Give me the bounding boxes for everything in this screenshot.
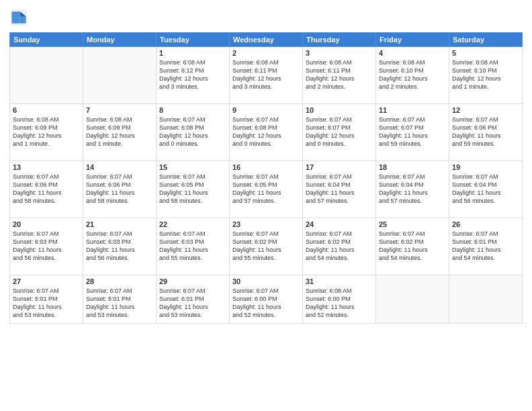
logo-icon	[9, 8, 28, 27]
table-row: 23Sunrise: 6:07 AMSunset: 6:02 PMDayligh…	[230, 218, 303, 275]
header	[9, 8, 523, 27]
table-row: 12Sunrise: 6:07 AMSunset: 6:06 PMDayligh…	[449, 104, 523, 161]
table-row: 1Sunrise: 6:08 AMSunset: 6:12 PMDaylight…	[157, 47, 230, 104]
day-number: 13	[13, 163, 80, 171]
day-info: Sunrise: 6:07 AMSunset: 6:06 PMDaylight:…	[452, 116, 519, 148]
day-number: 28	[86, 277, 153, 285]
table-row: 31Sunrise: 6:08 AMSunset: 6:00 PMDayligh…	[303, 275, 376, 324]
day-info: Sunrise: 6:07 AMSunset: 6:02 PMDaylight:…	[232, 230, 300, 263]
day-info: Sunrise: 6:07 AMSunset: 6:02 PMDaylight:…	[306, 230, 373, 263]
table-row	[449, 275, 523, 324]
day-info: Sunrise: 6:07 AMSunset: 6:01 PMDaylight:…	[159, 287, 226, 320]
th-tuesday: Tuesday	[157, 33, 230, 47]
day-info: Sunrise: 6:08 AMSunset: 6:11 PMDaylight:…	[306, 58, 373, 91]
day-number: 20	[13, 220, 80, 228]
day-number: 21	[86, 220, 153, 228]
day-info: Sunrise: 6:07 AMSunset: 6:06 PMDaylight:…	[86, 173, 153, 205]
th-sunday: Sunday	[10, 33, 83, 47]
day-info: Sunrise: 6:07 AMSunset: 6:01 PMDaylight:…	[13, 287, 80, 320]
day-number: 27	[13, 277, 80, 285]
table-row: 20Sunrise: 6:07 AMSunset: 6:03 PMDayligh…	[10, 218, 83, 275]
day-number: 6	[13, 106, 80, 114]
day-info: Sunrise: 6:08 AMSunset: 6:12 PMDaylight:…	[159, 58, 226, 91]
page: Sunday Monday Tuesday Wednesday Thursday…	[0, 0, 532, 411]
day-info: Sunrise: 6:07 AMSunset: 6:02 PMDaylight:…	[379, 230, 446, 263]
day-info: Sunrise: 6:07 AMSunset: 6:01 PMDaylight:…	[452, 230, 519, 263]
table-row: 16Sunrise: 6:07 AMSunset: 6:05 PMDayligh…	[230, 161, 303, 218]
day-info: Sunrise: 6:07 AMSunset: 6:05 PMDaylight:…	[232, 173, 300, 205]
day-number: 19	[452, 163, 519, 171]
table-row: 28Sunrise: 6:07 AMSunset: 6:01 PMDayligh…	[83, 275, 157, 324]
table-row: 25Sunrise: 6:07 AMSunset: 6:02 PMDayligh…	[376, 218, 449, 275]
day-number: 18	[379, 163, 446, 171]
day-number: 23	[232, 220, 300, 228]
calendar: Sunday Monday Tuesday Wednesday Thursday…	[9, 32, 523, 324]
logo	[9, 8, 31, 27]
table-row: 5Sunrise: 6:08 AMSunset: 6:10 PMDaylight…	[449, 47, 523, 104]
table-row: 6Sunrise: 6:08 AMSunset: 6:09 PMDaylight…	[10, 104, 83, 161]
calendar-week-row: 1Sunrise: 6:08 AMSunset: 6:12 PMDaylight…	[10, 47, 523, 104]
day-info: Sunrise: 6:07 AMSunset: 6:03 PMDaylight:…	[86, 230, 153, 263]
table-row: 21Sunrise: 6:07 AMSunset: 6:03 PMDayligh…	[83, 218, 157, 275]
day-number: 5	[452, 49, 519, 57]
day-number: 14	[86, 163, 153, 171]
day-number: 15	[159, 163, 226, 171]
table-row	[376, 275, 449, 324]
day-info: Sunrise: 6:08 AMSunset: 6:10 PMDaylight:…	[452, 58, 519, 91]
table-row	[10, 47, 83, 104]
day-number: 25	[379, 220, 446, 228]
th-thursday: Thursday	[303, 33, 376, 47]
day-number: 31	[306, 277, 373, 285]
day-number: 24	[306, 220, 373, 228]
th-saturday: Saturday	[449, 33, 523, 47]
table-row: 19Sunrise: 6:07 AMSunset: 6:04 PMDayligh…	[449, 161, 523, 218]
day-info: Sunrise: 6:07 AMSunset: 6:03 PMDaylight:…	[13, 230, 80, 263]
day-number: 22	[159, 220, 226, 228]
calendar-header-row: Sunday Monday Tuesday Wednesday Thursday…	[10, 33, 523, 47]
table-row: 29Sunrise: 6:07 AMSunset: 6:01 PMDayligh…	[157, 275, 230, 324]
day-info: Sunrise: 6:07 AMSunset: 6:07 PMDaylight:…	[379, 116, 446, 148]
day-number: 10	[306, 106, 373, 114]
calendar-week-row: 27Sunrise: 6:07 AMSunset: 6:01 PMDayligh…	[10, 275, 523, 324]
day-info: Sunrise: 6:07 AMSunset: 6:01 PMDaylight:…	[86, 287, 153, 320]
table-row: 30Sunrise: 6:07 AMSunset: 6:00 PMDayligh…	[230, 275, 303, 324]
calendar-week-row: 13Sunrise: 6:07 AMSunset: 6:06 PMDayligh…	[10, 161, 523, 218]
th-friday: Friday	[376, 33, 449, 47]
day-number: 17	[306, 163, 373, 171]
day-number: 7	[86, 106, 153, 114]
table-row: 22Sunrise: 6:07 AMSunset: 6:03 PMDayligh…	[157, 218, 230, 275]
table-row: 8Sunrise: 6:07 AMSunset: 6:08 PMDaylight…	[157, 104, 230, 161]
th-wednesday: Wednesday	[230, 33, 303, 47]
day-number: 8	[159, 106, 226, 114]
day-number: 2	[232, 49, 300, 57]
day-number: 1	[159, 49, 226, 57]
day-info: Sunrise: 6:08 AMSunset: 6:09 PMDaylight:…	[13, 116, 80, 148]
day-info: Sunrise: 6:07 AMSunset: 6:04 PMDaylight:…	[452, 173, 519, 205]
table-row: 26Sunrise: 6:07 AMSunset: 6:01 PMDayligh…	[449, 218, 523, 275]
day-info: Sunrise: 6:08 AMSunset: 6:09 PMDaylight:…	[86, 116, 153, 148]
table-row	[83, 47, 157, 104]
day-number: 9	[232, 106, 300, 114]
table-row: 11Sunrise: 6:07 AMSunset: 6:07 PMDayligh…	[376, 104, 449, 161]
day-info: Sunrise: 6:08 AMSunset: 6:11 PMDaylight:…	[232, 58, 300, 91]
svg-rect-3	[12, 11, 20, 24]
table-row: 10Sunrise: 6:07 AMSunset: 6:07 PMDayligh…	[303, 104, 376, 161]
day-info: Sunrise: 6:07 AMSunset: 6:04 PMDaylight:…	[379, 173, 446, 205]
day-number: 16	[232, 163, 300, 171]
table-row: 13Sunrise: 6:07 AMSunset: 6:06 PMDayligh…	[10, 161, 83, 218]
table-row: 7Sunrise: 6:08 AMSunset: 6:09 PMDaylight…	[83, 104, 157, 161]
day-number: 3	[306, 49, 373, 57]
day-info: Sunrise: 6:08 AMSunset: 6:10 PMDaylight:…	[379, 58, 446, 91]
th-monday: Monday	[83, 33, 157, 47]
table-row: 9Sunrise: 6:07 AMSunset: 6:08 PMDaylight…	[230, 104, 303, 161]
day-info: Sunrise: 6:08 AMSunset: 6:00 PMDaylight:…	[306, 287, 373, 320]
table-row: 27Sunrise: 6:07 AMSunset: 6:01 PMDayligh…	[10, 275, 83, 324]
table-row: 24Sunrise: 6:07 AMSunset: 6:02 PMDayligh…	[303, 218, 376, 275]
table-row: 17Sunrise: 6:07 AMSunset: 6:04 PMDayligh…	[303, 161, 376, 218]
day-info: Sunrise: 6:07 AMSunset: 6:06 PMDaylight:…	[13, 173, 80, 205]
day-number: 29	[159, 277, 226, 285]
day-info: Sunrise: 6:07 AMSunset: 6:07 PMDaylight:…	[306, 116, 373, 148]
table-row: 18Sunrise: 6:07 AMSunset: 6:04 PMDayligh…	[376, 161, 449, 218]
day-number: 26	[452, 220, 519, 228]
day-number: 30	[232, 277, 300, 285]
